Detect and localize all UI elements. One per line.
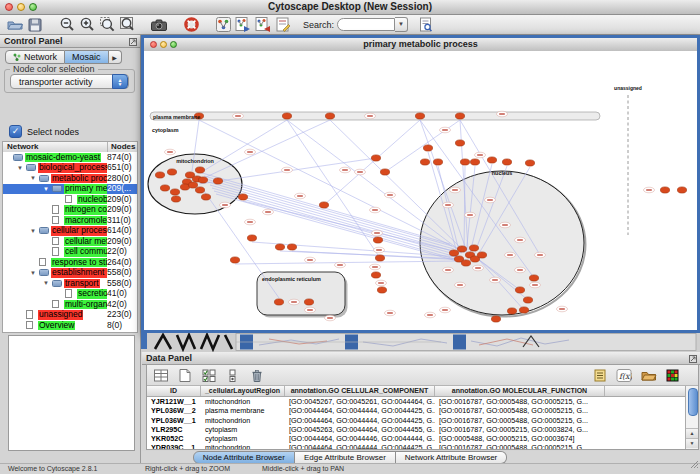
node[interactable] <box>525 160 534 166</box>
disclosure-triangle-icon[interactable]: ▼ <box>30 173 36 183</box>
node[interactable] <box>529 275 538 281</box>
node[interactable] <box>160 185 169 191</box>
scroll-down-button[interactable]: ▼ <box>686 438 698 448</box>
save-session-button[interactable] <box>25 16 45 34</box>
tree-row[interactable]: ▼establishment of lo558(0) <box>3 268 137 279</box>
table-row[interactable]: YLR295Ccytoplasm[GO:0045263, GO:0044464,… <box>147 425 686 434</box>
tree-row[interactable]: ▼biological_process651(0) <box>3 163 137 174</box>
tree-row[interactable]: cellular metabo209(0) <box>3 236 137 247</box>
attribute-list-button[interactable] <box>590 366 610 384</box>
table-cell[interactable]: mitochondrion <box>201 443 285 449</box>
node[interactable] <box>371 272 380 278</box>
table-cell[interactable]: [GO:0016787, GO:0005488, GO:0005215, G..… <box>435 443 605 449</box>
table-cell[interactable]: YKR052C <box>147 434 201 443</box>
birdseye-view[interactable] <box>8 335 135 451</box>
column-header[interactable]: ID <box>147 386 201 396</box>
tree-row[interactable]: multi-organism pro42(0) <box>3 299 137 310</box>
node[interactable] <box>491 316 500 322</box>
node[interactable] <box>660 187 669 193</box>
node[interactable] <box>433 159 442 165</box>
node[interactable] <box>325 113 334 119</box>
column-header[interactable]: annotation.GO MOLECULAR_FUNCTION <box>435 386 605 396</box>
column-header[interactable]: _cellularLayoutRegion <box>201 386 285 396</box>
node[interactable] <box>515 287 524 293</box>
attribute-table-header[interactable]: ID_cellularLayoutRegionannotation.GO CEL… <box>147 386 686 397</box>
node[interactable] <box>519 307 528 313</box>
node[interactable] <box>274 299 283 305</box>
node[interactable] <box>455 113 464 119</box>
tree-row[interactable]: macromolecule311(0) <box>3 215 137 226</box>
node[interactable] <box>487 157 496 163</box>
node[interactable] <box>470 159 479 165</box>
disclosure-triangle-icon[interactable]: ▼ <box>30 268 36 278</box>
table-cell[interactable]: [GO:0044464, GO:0044444, GO:0044425, G..… <box>285 443 435 449</box>
table-cell[interactable]: mitochondrion <box>201 397 285 406</box>
node[interactable] <box>420 159 429 165</box>
tree-row[interactable]: mosaic-demo-yeast874(0) <box>3 152 137 163</box>
network-canvas[interactable]: plasma membranecytoplasmmitochondrionnuc… <box>144 51 697 330</box>
column-header[interactable]: annotation.GO CELLULAR_COMPONENT <box>285 386 435 396</box>
tab-mosaic[interactable]: Mosaic <box>65 50 109 64</box>
disclosure-triangle-icon[interactable]: ▼ <box>43 278 49 288</box>
advanced-search-button[interactable] <box>416 16 436 34</box>
disclosure-triangle-icon[interactable]: ▼ <box>43 184 49 194</box>
table-cell[interactable]: [GO:0016787, GO:0005488, GO:0005215, G..… <box>435 397 605 406</box>
disclosure-triangle-icon[interactable]: ▼ <box>17 163 23 173</box>
node[interactable] <box>195 167 204 173</box>
table-cell[interactable]: [GO:0016787, GO:0005488, GO:0005215, G..… <box>435 416 605 425</box>
node[interactable] <box>230 257 239 263</box>
node[interactable] <box>170 189 179 195</box>
export-network-button[interactable] <box>253 16 273 34</box>
tree-row[interactable]: nitrogen compo209(0) <box>3 205 137 216</box>
node[interactable] <box>457 246 466 252</box>
table-cell[interactable]: [GO:0016787, GO:0005215, GO:0003824, G..… <box>435 425 605 434</box>
node[interactable] <box>469 245 478 251</box>
node[interactable] <box>371 155 380 161</box>
table-row[interactable]: YKR052Ccytoplasm[GO:0044464, GO:0044446,… <box>147 434 686 443</box>
table-cell[interactable]: cytoplasm <box>201 434 285 443</box>
node[interactable] <box>377 287 386 293</box>
formula-builder-button[interactable]: f(x) <box>614 366 634 384</box>
attribute-table-button[interactable] <box>151 366 171 384</box>
tree-row[interactable]: ▼primary metabo209(... <box>3 184 137 195</box>
table-cell[interactable]: YJR121W__1 <box>147 397 201 406</box>
node[interactable] <box>195 187 204 193</box>
select-nodes-checkbox[interactable]: ✓ <box>9 125 22 138</box>
node[interactable] <box>455 140 464 146</box>
node[interactable] <box>155 172 164 178</box>
import-attributes-button[interactable] <box>638 366 658 384</box>
tree-row[interactable]: secretion41(0) <box>3 289 137 300</box>
zoom-out-button[interactable] <box>57 16 77 34</box>
new-attribute-button[interactable] <box>175 366 195 384</box>
zoom-selected-button[interactable] <box>97 16 117 34</box>
node[interactable] <box>507 308 516 314</box>
table-cell[interactable]: YDR039C__1 <box>147 443 201 449</box>
tree-row[interactable]: ▼transport558(0) <box>3 278 137 289</box>
tree-row[interactable]: unassigned223(0) <box>3 310 137 321</box>
disclosure-triangle-icon[interactable]: ▼ <box>30 226 36 236</box>
node[interactable] <box>375 255 384 261</box>
import-network-button[interactable] <box>233 16 253 34</box>
float-panel-icon[interactable] <box>129 37 137 49</box>
node[interactable] <box>415 113 424 119</box>
node[interactable] <box>198 177 207 183</box>
table-row[interactable]: YPL036W__2plasma membrane[GO:0044464, GO… <box>147 406 686 415</box>
node[interactable] <box>247 235 256 241</box>
table-scrollbar[interactable]: ▲ ▼ <box>685 386 698 449</box>
table-cell[interactable]: [GO:0044464, GO:0044446, GO:0044444, G..… <box>285 434 435 443</box>
tree-row[interactable]: nucleobase-209(0) <box>3 194 137 205</box>
node[interactable] <box>238 194 247 200</box>
node[interactable] <box>304 299 313 305</box>
node[interactable] <box>171 196 180 202</box>
resize-grip[interactable] <box>690 455 699 473</box>
node[interactable] <box>282 113 291 119</box>
zoom-fit-button[interactable] <box>117 16 137 34</box>
tree-row[interactable]: response to stimulu264(0) <box>3 257 137 268</box>
open-session-button[interactable] <box>5 16 25 34</box>
node[interactable] <box>677 187 686 193</box>
node[interactable] <box>167 169 176 175</box>
node[interactable] <box>275 244 284 250</box>
scroll-up-button[interactable]: ▲ <box>686 428 698 438</box>
tree-row[interactable]: Overview8(0) <box>3 320 137 331</box>
table-cell[interactable]: YPL036W__2 <box>147 406 201 415</box>
